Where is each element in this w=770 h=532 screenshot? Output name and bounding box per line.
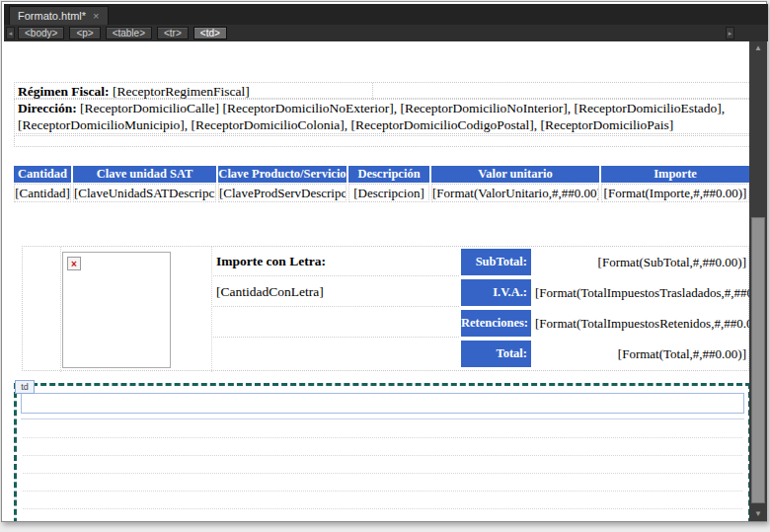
editor-window: Formato.html* × ◂ <body> <p> <table> <tr…: [1, 1, 767, 522]
tab-title: Formato.html*: [18, 8, 86, 25]
total-value[interactable]: [Format(Total,#,##0.00)]: [535, 341, 748, 367]
broken-image-icon: ×: [67, 257, 81, 270]
selected-td-region[interactable]: [14, 383, 749, 521]
scroll-up-icon[interactable]: ▲: [749, 41, 767, 55]
scrollbar-thumb[interactable]: [751, 217, 765, 503]
empty-table-row[interactable]: [23, 491, 742, 492]
header-clave-unidad-sat: Clave unidad SAT: [73, 166, 216, 183]
tag-p[interactable]: <p>: [69, 27, 100, 39]
tag-selector-bar: ◂ <body> <p> <table> <tr> <td> ▸: [4, 25, 768, 41]
amount-in-words-label: Importe con Letra:: [216, 254, 326, 268]
header-valor-unitario: Valor unitario: [431, 166, 599, 183]
cell-valor-unitario[interactable]: [Format(ValorUnitario,#,##0.00)]: [431, 184, 599, 202]
cell-clave-unidad-sat[interactable]: [ClaveUnidadSATDescripcion]: [73, 184, 216, 202]
empty-table-row[interactable]: [23, 473, 742, 474]
empty-table-row[interactable]: [23, 437, 742, 438]
selected-tag-chip[interactable]: td: [15, 380, 35, 394]
subtotal-value[interactable]: [Format(SubTotal,#,##0.00)]: [535, 249, 748, 275]
vertical-scrollbar[interactable]: ▲ ▼: [749, 41, 767, 521]
logo-image-placeholder[interactable]: ×: [62, 252, 171, 368]
cell-descripcion[interactable]: [Descripcion]: [348, 184, 429, 202]
fiscal-value: [ReceptorRegimenFiscal]: [113, 84, 250, 99]
empty-row[interactable]: [14, 135, 749, 147]
retenciones-value[interactable]: [Format(TotalImpuestosRetenidos,#,##0.00…: [535, 310, 748, 337]
cell-clave-producto-servicio[interactable]: [ClaveProdServDescripcion]: [218, 184, 346, 202]
cell-cantidad[interactable]: [Cantidad]: [14, 184, 71, 202]
subtotal-label: SubTotal:: [461, 249, 531, 275]
tab-close-icon[interactable]: ×: [93, 11, 99, 22]
header-importe: Importe: [601, 166, 749, 183]
empty-table-row[interactable]: [23, 455, 742, 456]
tag-overflow-right-icon[interactable]: ▸: [726, 27, 734, 39]
items-table[interactable]: Cantidad Clave unidad SAT Clave Producto…: [14, 166, 749, 202]
tab-formato-html[interactable]: Formato.html* ×: [9, 6, 109, 25]
iva-value[interactable]: [Format(TotalImpuestosTrasladados,#,##0.…: [535, 279, 748, 306]
empty-cell[interactable]: [213, 309, 459, 338]
empty-table-row[interactable]: [23, 508, 742, 509]
iva-label: I.V.A.:: [461, 279, 531, 306]
total-label: Total:: [461, 341, 531, 367]
cell-divider: [372, 83, 373, 100]
items-header-row: Cantidad Clave unidad SAT Clave Producto…: [14, 166, 749, 183]
header-clave-producto-servicio: Clave Producto/Servicio: [218, 166, 346, 183]
selected-cell-outline[interactable]: [21, 393, 744, 414]
tag-tr[interactable]: <tr>: [157, 27, 189, 39]
summary-table[interactable]: × Importe con Letra: [CantidadConLetra] …: [22, 246, 749, 371]
address-value: [ReceptorDomicilioCalle] [ReceptorDomici…: [18, 101, 725, 132]
header-cantidad: Cantidad: [14, 166, 71, 183]
row-boundary-line: [21, 418, 744, 419]
tag-overflow-left-icon[interactable]: ◂: [6, 27, 15, 39]
cell-divider: [211, 247, 212, 372]
header-descripcion: Descripción: [348, 166, 429, 183]
fiscal-label: Régimen Fiscal:: [18, 84, 110, 99]
empty-cell[interactable]: [213, 340, 459, 368]
tag-td-selected[interactable]: <td>: [193, 27, 227, 39]
retenciones-label: Retenciones:: [461, 310, 531, 337]
amount-in-words-value: [CantidadConLetra]: [216, 284, 324, 299]
tab-bar: Formato.html* ×: [4, 4, 768, 25]
cell-divider: [60, 247, 61, 372]
items-data-row[interactable]: [Cantidad] [ClaveUnidadSATDescripcion] […: [14, 183, 749, 202]
scroll-down-icon[interactable]: ▼: [749, 507, 767, 521]
app-window-stage: Formato.html* × ◂ <body> <p> <table> <tr…: [0, 0, 770, 532]
cell-importe[interactable]: [Format(Importe,#,##0.00)]: [601, 184, 749, 202]
address-label: Dirección:: [18, 101, 77, 115]
tag-body[interactable]: <body>: [18, 27, 64, 39]
amount-in-words-label-cell[interactable]: Importe con Letra:: [213, 248, 459, 276]
fiscal-row[interactable]: Régimen Fiscal: [ReceptorRegimenFiscal]: [14, 82, 749, 99]
amount-in-words-value-cell[interactable]: [CantidadConLetra]: [213, 278, 459, 307]
tag-table[interactable]: <table>: [106, 27, 152, 39]
design-view[interactable]: Régimen Fiscal: [ReceptorRegimenFiscal] …: [4, 41, 749, 521]
address-row[interactable]: Dirección: [ReceptorDomicilioCalle] [Rec…: [14, 99, 749, 134]
